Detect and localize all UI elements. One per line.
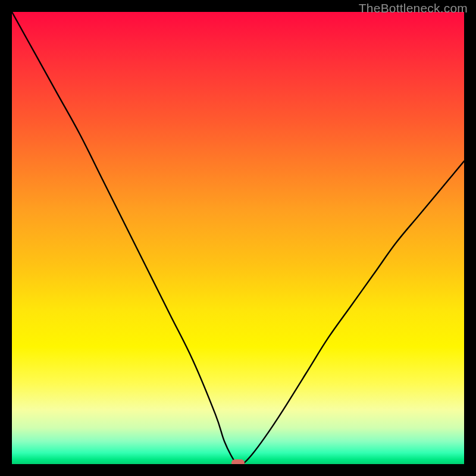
plot-area: [12, 12, 464, 464]
bottleneck-curve: [12, 12, 464, 464]
chart-frame: TheBottleneck.com: [0, 0, 476, 476]
watermark-text: TheBottleneck.com: [359, 1, 468, 15]
optimal-marker: [231, 459, 245, 464]
curve-layer: [12, 12, 464, 464]
